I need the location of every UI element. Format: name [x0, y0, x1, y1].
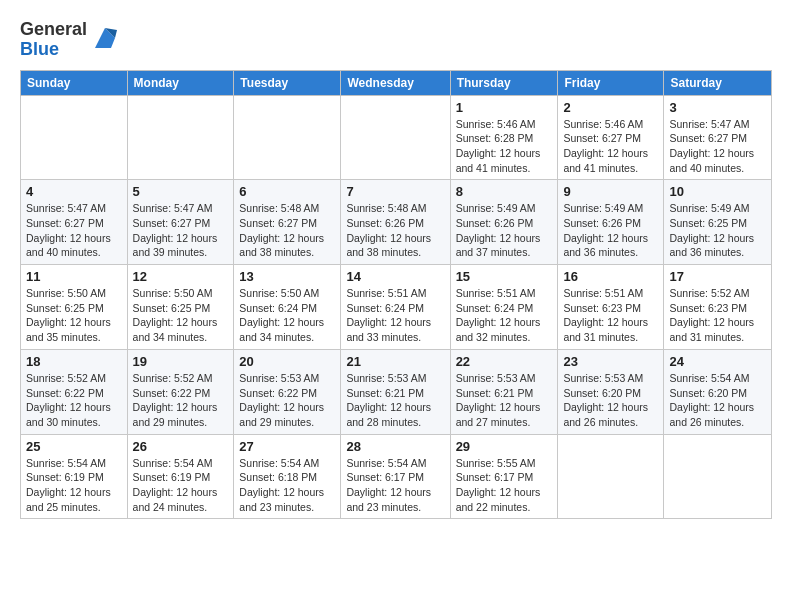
day-number: 7 [346, 184, 444, 199]
calendar-cell [341, 95, 450, 180]
calendar-cell: 8Sunrise: 5:49 AMSunset: 6:26 PMDaylight… [450, 180, 558, 265]
day-info: Sunrise: 5:52 AMSunset: 6:23 PMDaylight:… [669, 286, 766, 345]
logo: General Blue [20, 20, 119, 60]
day-info: Sunrise: 5:49 AMSunset: 6:25 PMDaylight:… [669, 201, 766, 260]
day-info: Sunrise: 5:54 AMSunset: 6:18 PMDaylight:… [239, 456, 335, 515]
day-number: 4 [26, 184, 122, 199]
day-info: Sunrise: 5:48 AMSunset: 6:26 PMDaylight:… [346, 201, 444, 260]
calendar-cell: 18Sunrise: 5:52 AMSunset: 6:22 PMDayligh… [21, 349, 128, 434]
calendar-table: SundayMondayTuesdayWednesdayThursdayFrid… [20, 70, 772, 520]
calendar-cell [558, 434, 664, 519]
calendar-cell [127, 95, 234, 180]
day-number: 1 [456, 100, 553, 115]
day-number: 14 [346, 269, 444, 284]
day-number: 19 [133, 354, 229, 369]
day-number: 13 [239, 269, 335, 284]
calendar-cell [664, 434, 772, 519]
day-number: 17 [669, 269, 766, 284]
calendar-cell: 25Sunrise: 5:54 AMSunset: 6:19 PMDayligh… [21, 434, 128, 519]
calendar-cell: 28Sunrise: 5:54 AMSunset: 6:17 PMDayligh… [341, 434, 450, 519]
day-info: Sunrise: 5:50 AMSunset: 6:25 PMDaylight:… [26, 286, 122, 345]
calendar-week-3: 18Sunrise: 5:52 AMSunset: 6:22 PMDayligh… [21, 349, 772, 434]
dow-monday: Monday [127, 70, 234, 95]
day-info: Sunrise: 5:53 AMSunset: 6:21 PMDaylight:… [456, 371, 553, 430]
day-info: Sunrise: 5:50 AMSunset: 6:25 PMDaylight:… [133, 286, 229, 345]
dow-wednesday: Wednesday [341, 70, 450, 95]
day-info: Sunrise: 5:51 AMSunset: 6:24 PMDaylight:… [456, 286, 553, 345]
day-info: Sunrise: 5:54 AMSunset: 6:17 PMDaylight:… [346, 456, 444, 515]
day-info: Sunrise: 5:53 AMSunset: 6:22 PMDaylight:… [239, 371, 335, 430]
dow-sunday: Sunday [21, 70, 128, 95]
calendar-cell: 16Sunrise: 5:51 AMSunset: 6:23 PMDayligh… [558, 265, 664, 350]
day-info: Sunrise: 5:52 AMSunset: 6:22 PMDaylight:… [133, 371, 229, 430]
day-info: Sunrise: 5:54 AMSunset: 6:19 PMDaylight:… [133, 456, 229, 515]
day-info: Sunrise: 5:49 AMSunset: 6:26 PMDaylight:… [563, 201, 658, 260]
calendar-cell: 24Sunrise: 5:54 AMSunset: 6:20 PMDayligh… [664, 349, 772, 434]
day-number: 25 [26, 439, 122, 454]
day-number: 15 [456, 269, 553, 284]
day-number: 29 [456, 439, 553, 454]
logo-general: General [20, 19, 87, 39]
day-info: Sunrise: 5:50 AMSunset: 6:24 PMDaylight:… [239, 286, 335, 345]
calendar-cell: 21Sunrise: 5:53 AMSunset: 6:21 PMDayligh… [341, 349, 450, 434]
day-info: Sunrise: 5:53 AMSunset: 6:21 PMDaylight:… [346, 371, 444, 430]
dow-thursday: Thursday [450, 70, 558, 95]
calendar-cell: 11Sunrise: 5:50 AMSunset: 6:25 PMDayligh… [21, 265, 128, 350]
day-info: Sunrise: 5:47 AMSunset: 6:27 PMDaylight:… [133, 201, 229, 260]
day-info: Sunrise: 5:48 AMSunset: 6:27 PMDaylight:… [239, 201, 335, 260]
day-info: Sunrise: 5:55 AMSunset: 6:17 PMDaylight:… [456, 456, 553, 515]
logo-blue: Blue [20, 39, 59, 59]
day-number: 6 [239, 184, 335, 199]
calendar-cell: 29Sunrise: 5:55 AMSunset: 6:17 PMDayligh… [450, 434, 558, 519]
dow-saturday: Saturday [664, 70, 772, 95]
day-info: Sunrise: 5:52 AMSunset: 6:22 PMDaylight:… [26, 371, 122, 430]
logo-text: General Blue [20, 20, 87, 60]
day-number: 3 [669, 100, 766, 115]
day-info: Sunrise: 5:47 AMSunset: 6:27 PMDaylight:… [669, 117, 766, 176]
day-info: Sunrise: 5:46 AMSunset: 6:28 PMDaylight:… [456, 117, 553, 176]
calendar-cell: 15Sunrise: 5:51 AMSunset: 6:24 PMDayligh… [450, 265, 558, 350]
calendar-week-2: 11Sunrise: 5:50 AMSunset: 6:25 PMDayligh… [21, 265, 772, 350]
calendar-cell: 20Sunrise: 5:53 AMSunset: 6:22 PMDayligh… [234, 349, 341, 434]
day-info: Sunrise: 5:54 AMSunset: 6:20 PMDaylight:… [669, 371, 766, 430]
day-of-week-header-row: SundayMondayTuesdayWednesdayThursdayFrid… [21, 70, 772, 95]
day-info: Sunrise: 5:46 AMSunset: 6:27 PMDaylight:… [563, 117, 658, 176]
calendar-cell: 7Sunrise: 5:48 AMSunset: 6:26 PMDaylight… [341, 180, 450, 265]
calendar-cell: 5Sunrise: 5:47 AMSunset: 6:27 PMDaylight… [127, 180, 234, 265]
day-number: 16 [563, 269, 658, 284]
calendar-cell: 14Sunrise: 5:51 AMSunset: 6:24 PMDayligh… [341, 265, 450, 350]
day-info: Sunrise: 5:47 AMSunset: 6:27 PMDaylight:… [26, 201, 122, 260]
day-info: Sunrise: 5:49 AMSunset: 6:26 PMDaylight:… [456, 201, 553, 260]
day-number: 11 [26, 269, 122, 284]
day-number: 28 [346, 439, 444, 454]
calendar-cell: 3Sunrise: 5:47 AMSunset: 6:27 PMDaylight… [664, 95, 772, 180]
calendar-cell: 9Sunrise: 5:49 AMSunset: 6:26 PMDaylight… [558, 180, 664, 265]
calendar-cell: 10Sunrise: 5:49 AMSunset: 6:25 PMDayligh… [664, 180, 772, 265]
day-number: 23 [563, 354, 658, 369]
day-number: 22 [456, 354, 553, 369]
day-number: 12 [133, 269, 229, 284]
calendar-week-4: 25Sunrise: 5:54 AMSunset: 6:19 PMDayligh… [21, 434, 772, 519]
day-number: 5 [133, 184, 229, 199]
day-number: 27 [239, 439, 335, 454]
calendar-cell: 4Sunrise: 5:47 AMSunset: 6:27 PMDaylight… [21, 180, 128, 265]
calendar-cell: 6Sunrise: 5:48 AMSunset: 6:27 PMDaylight… [234, 180, 341, 265]
dow-friday: Friday [558, 70, 664, 95]
calendar-week-1: 4Sunrise: 5:47 AMSunset: 6:27 PMDaylight… [21, 180, 772, 265]
calendar-cell: 12Sunrise: 5:50 AMSunset: 6:25 PMDayligh… [127, 265, 234, 350]
day-info: Sunrise: 5:51 AMSunset: 6:23 PMDaylight:… [563, 286, 658, 345]
day-info: Sunrise: 5:51 AMSunset: 6:24 PMDaylight:… [346, 286, 444, 345]
day-number: 18 [26, 354, 122, 369]
calendar-cell: 17Sunrise: 5:52 AMSunset: 6:23 PMDayligh… [664, 265, 772, 350]
day-number: 10 [669, 184, 766, 199]
day-number: 8 [456, 184, 553, 199]
day-number: 2 [563, 100, 658, 115]
calendar-cell: 27Sunrise: 5:54 AMSunset: 6:18 PMDayligh… [234, 434, 341, 519]
day-info: Sunrise: 5:53 AMSunset: 6:20 PMDaylight:… [563, 371, 658, 430]
calendar-cell [21, 95, 128, 180]
day-number: 26 [133, 439, 229, 454]
calendar-cell: 26Sunrise: 5:54 AMSunset: 6:19 PMDayligh… [127, 434, 234, 519]
calendar-cell [234, 95, 341, 180]
calendar-cell: 19Sunrise: 5:52 AMSunset: 6:22 PMDayligh… [127, 349, 234, 434]
day-number: 9 [563, 184, 658, 199]
